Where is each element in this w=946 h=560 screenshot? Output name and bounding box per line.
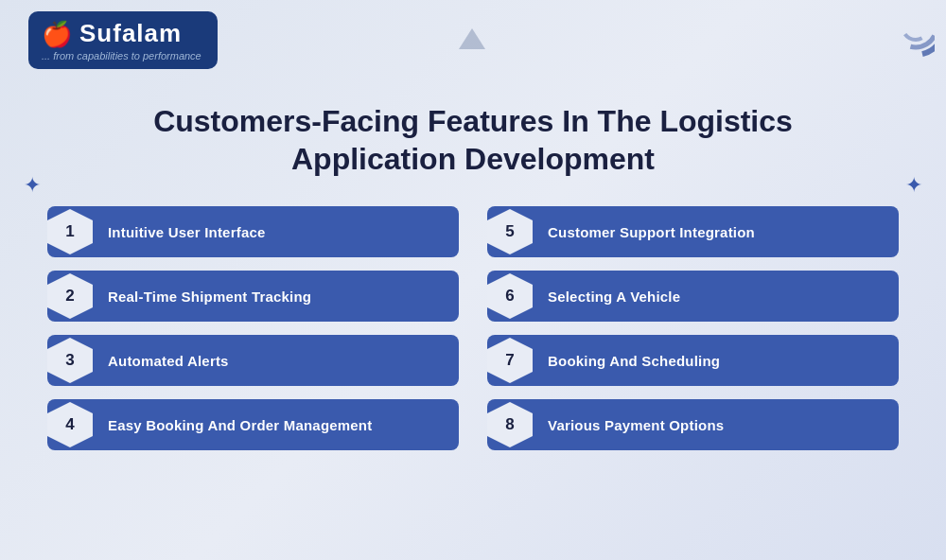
feature-number-4: 4 bbox=[65, 415, 74, 434]
logo-icon: 🍎 bbox=[42, 22, 72, 46]
feature-number-3: 3 bbox=[65, 351, 74, 370]
feature-badge-5: 5 bbox=[487, 209, 533, 254]
decorative-arcs bbox=[859, 8, 935, 87]
feature-label-7: Booking And Scheduling bbox=[548, 353, 720, 369]
feature-number-8: 8 bbox=[505, 415, 514, 434]
logo-container: 🍎 Sufalam ... from capabilities to perfo… bbox=[28, 11, 218, 69]
feature-label-1: Intuitive User Interface bbox=[108, 224, 266, 240]
feature-number-5: 5 bbox=[505, 222, 514, 241]
feature-label-6: Selecting A Vehicle bbox=[548, 289, 680, 305]
feature-number-2: 2 bbox=[65, 287, 74, 306]
feature-item-4: 4Easy Booking And Order Management bbox=[47, 399, 459, 450]
feature-badge-3: 3 bbox=[47, 338, 93, 383]
feature-item-1: 1Intuitive User Interface bbox=[47, 206, 459, 257]
logo-name: Sufalam bbox=[79, 19, 182, 48]
feature-badge-7: 7 bbox=[487, 338, 533, 383]
feature-badge-1: 1 bbox=[47, 209, 93, 254]
feature-label-8: Various Payment Options bbox=[548, 417, 724, 433]
feature-item-8: 8Various Payment Options bbox=[487, 399, 899, 450]
svg-point-2 bbox=[902, 13, 929, 40]
feature-item-6: 6Selecting A Vehicle bbox=[487, 271, 899, 322]
decorative-triangle bbox=[459, 28, 485, 49]
feature-label-4: Easy Booking And Order Management bbox=[108, 417, 372, 433]
feature-badge-6: 6 bbox=[487, 273, 533, 319]
title-line1: Customers-Facing Features In The Logisti… bbox=[153, 104, 793, 138]
feature-item-7: 7Booking And Scheduling bbox=[487, 335, 899, 386]
feature-number-1: 1 bbox=[65, 222, 74, 241]
title-line2: Application Development bbox=[291, 142, 655, 176]
decorative-star-right: ✦ bbox=[905, 175, 922, 196]
feature-number-6: 6 bbox=[505, 287, 514, 306]
feature-badge-8: 8 bbox=[487, 402, 533, 447]
decorative-star-left: ✦ bbox=[24, 175, 41, 196]
feature-label-2: Real-Time Shipment Tracking bbox=[108, 289, 311, 305]
feature-badge-2: 2 bbox=[47, 273, 93, 319]
feature-label-3: Automated Alerts bbox=[108, 353, 229, 369]
feature-number-7: 7 bbox=[505, 351, 514, 370]
feature-item-3: 3Automated Alerts bbox=[47, 335, 459, 386]
feature-item-5: 5Customer Support Integration bbox=[487, 206, 899, 257]
feature-label-5: Customer Support Integration bbox=[548, 224, 755, 240]
feature-item-2: 2Real-Time Shipment Tracking bbox=[47, 271, 459, 322]
features-grid: 1Intuitive User Interface5Customer Suppo… bbox=[0, 197, 946, 460]
logo-subtitle: ... from capabilities to performance bbox=[42, 50, 201, 61]
feature-badge-4: 4 bbox=[47, 402, 93, 447]
